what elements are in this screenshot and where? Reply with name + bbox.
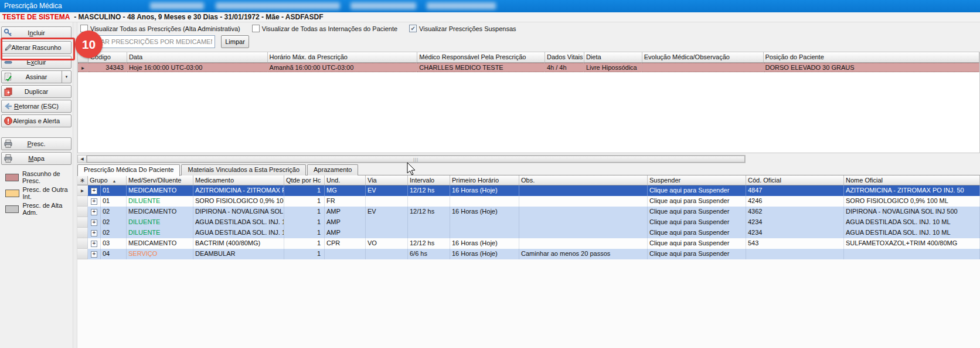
expand-button[interactable]: + [91, 209, 97, 215]
tab-materiais-vinculados[interactable]: Materiais Vinculados a Esta Prescrição [181, 164, 306, 175]
items-table-row[interactable]: +02DILUENTEAGUA DESTILADA SOL. INJ. 10 M… [77, 217, 980, 228]
column-header[interactable]: Via [366, 175, 408, 185]
pencil-icon [4, 43, 13, 52]
cell-nome_oficial [844, 249, 980, 259]
column-header[interactable]: Grupo▲ [88, 175, 127, 185]
items-table-row[interactable]: +03MEDICAMENTOBACTRIM (400/80MG)1CPRVO12… [77, 238, 980, 249]
row-indicator-header: ∗ [77, 175, 88, 185]
column-header[interactable]: Nome Oficial [844, 175, 980, 185]
suspend-link[interactable]: Clique aqui para Suspender [648, 238, 746, 249]
legend-item: Presc. de Alta Adm. [5, 202, 73, 216]
scroll-left-icon[interactable]: ◀ [78, 156, 87, 163]
column-header[interactable]: Horário Máx. da Prescrição [268, 52, 418, 62]
column-header[interactable]: Suspender [648, 175, 746, 185]
column-header[interactable]: Medicamento [193, 175, 284, 185]
legend-label: Presc. de Alta Adm. [22, 202, 73, 216]
suspend-link[interactable]: Clique aqui para Suspender [648, 228, 746, 238]
sidebar-button-incluir[interactable]: Incluir [1, 26, 72, 39]
checkbox-box[interactable] [252, 25, 260, 32]
expander-cell: + [88, 217, 101, 228]
sidebar-button-alergias-e-alerta[interactable]: Alergias e Alerta [1, 114, 72, 127]
sidebar-legend: Rascunho de Presc.Presc. de Outra Int.Pr… [0, 170, 73, 216]
title-bar: Prescrição Médica [0, 0, 980, 12]
suspend-link[interactable]: Clique aqui para Suspender [648, 207, 746, 217]
redacted-text [150, 2, 204, 9]
column-header[interactable]: Intervalo [408, 175, 450, 185]
column-header[interactable]: Data [127, 52, 268, 62]
sidebar-button-mapa[interactable]: Mapa [1, 152, 72, 165]
sidebar-button-duplicar[interactable]: Duplicar [1, 85, 72, 98]
cell-via: EV [366, 185, 408, 196]
cell-medicamento: AGUA DESTILADA SOL. INJ. 10 ML [193, 228, 284, 238]
cell-und: AMP [325, 217, 366, 228]
cell-medicamento: AZITROMICINA - ZITROMAX PO [193, 185, 284, 196]
expand-button[interactable]: + [91, 219, 97, 226]
suspend-link[interactable]: Clique aqui para Suspender [648, 185, 746, 196]
expand-button[interactable]: + [91, 251, 97, 258]
sidebar-button-label: Incluir [28, 27, 45, 39]
sidebar-button-presc[interactable]: Presc. [1, 137, 72, 150]
tab-prescricao-medica-do-paciente[interactable]: Prescrição Médica Do Paciente [77, 164, 180, 176]
prescriptions-body: ▸34343Hoje 16:00:00 UTC-03:00Amanhã 16:0… [78, 63, 979, 72]
expand-button[interactable]: + [91, 198, 97, 205]
tab-aprazamento[interactable]: Aprazamento [307, 164, 358, 175]
items-table-row[interactable]: +02DILUENTEAGUA DESTILADA SOL. INJ. 10 M… [77, 228, 980, 238]
cell-qtde: 1 [284, 196, 325, 207]
column-header[interactable]: Med/Serv/Diluente [127, 175, 193, 185]
cell-cod_oficial: 4847 [746, 185, 844, 196]
sidebar-button-retornar-esc[interactable]: Retornar (ESC) [1, 100, 72, 113]
sidebar-splitter[interactable] [73, 22, 77, 348]
sidebar-button-assinar[interactable]: Assinar▼ [1, 70, 72, 83]
scrollbar-thumb[interactable]: ||| [87, 156, 745, 163]
column-header[interactable]: Evolução Médica/Observação [642, 52, 764, 62]
cell-obs [519, 185, 648, 196]
sidebar-button-alterar-rascunho[interactable]: Alterar Rascunho [1, 41, 72, 54]
prescription-row[interactable]: ▸34343Hoje 16:00:00 UTC-03:00Amanhã 16:0… [78, 63, 979, 72]
duplicate-icon [4, 87, 13, 96]
redacted-text [351, 2, 416, 9]
filter-checkbox[interactable]: Visualizar de Todas as Internações do Pa… [252, 25, 397, 32]
column-header[interactable]: Médico Responsável Pela Prescrição [417, 52, 545, 62]
column-header[interactable]: Dieta [584, 52, 642, 62]
expand-button[interactable]: + [91, 241, 97, 247]
row-indicator [77, 249, 88, 259]
legend-item: Rascunho de Presc. [5, 170, 73, 184]
redacted-text [427, 2, 496, 9]
horizontal-scrollbar[interactable]: ◀ ||| [77, 155, 746, 163]
cell-nome_oficial: AZITROMICINA - ZITROMAX PO INJ. 50 [844, 185, 980, 196]
cell-via [366, 217, 408, 228]
cell-qtde: 1 [284, 228, 325, 238]
column-header[interactable]: Primeiro Horário [450, 175, 519, 185]
column-header[interactable]: Posição do Paciente [764, 52, 980, 62]
cell-qtde: 1 [284, 217, 325, 228]
checkbox-box[interactable]: ✔ [409, 25, 417, 32]
suspend-link[interactable]: Clique aqui para Suspender [648, 249, 746, 259]
items-table-row[interactable]: ▸+01MEDICAMENTOAZITROMICINA - ZITROMAX P… [77, 185, 980, 196]
suspend-link[interactable]: Clique aqui para Suspender [648, 196, 746, 207]
sidebar-button-excluir[interactable]: Excluir [1, 56, 72, 69]
column-header[interactable]: Dados Vitais [545, 52, 584, 62]
cell-qtde: 1 [284, 238, 325, 249]
sidebar-button-label: Mapa [28, 153, 45, 164]
clear-button[interactable]: Limpar [221, 35, 249, 48]
row-indicator: ▸ [78, 63, 89, 72]
filter-checkbox[interactable]: ✔Visualizar Prescrições Suspensas [409, 25, 516, 32]
expand-button[interactable]: + [91, 188, 97, 194]
expand-button[interactable]: + [91, 230, 97, 236]
items-table-row[interactable]: +01DILUENTESORO FISIOLOGICO 0,9% 100 ML1… [77, 196, 980, 207]
column-header[interactable]: Und. [325, 175, 366, 185]
cell-cod_oficial: 4362 [746, 207, 844, 217]
suspend-link[interactable]: Clique aqui para Suspender [648, 217, 746, 228]
column-header[interactable]: Qtde por Hc [284, 175, 325, 185]
items-table-row[interactable]: +04SERVIÇODEAMBULAR16/6 hs16 Horas (Hoje… [77, 249, 980, 259]
column-header[interactable]: Cód. Oficial [746, 175, 844, 185]
chevron-down-icon[interactable]: ▼ [62, 71, 71, 83]
patient-info-bar: TESTE DE SISTEMA - MASCULINO - 48 Anos, … [0, 12, 980, 22]
cell-primeiro_horario [450, 217, 519, 228]
cell-medicamento: AGUA DESTILADA SOL. INJ. 10 ML [193, 217, 284, 228]
column-header[interactable]: Obs. [519, 175, 648, 185]
filter-checkbox[interactable]: Visualizar Todas as Prescrições (Alta Ad… [80, 25, 240, 32]
scrollbar-grip-icon: ||| [413, 157, 418, 162]
cell-primeiro_horario: 16 Horas (Hoje) [450, 249, 519, 259]
items-table-row[interactable]: +02MEDICAMENTODIPIRONA - NOVALGINA SOL I… [77, 207, 980, 217]
